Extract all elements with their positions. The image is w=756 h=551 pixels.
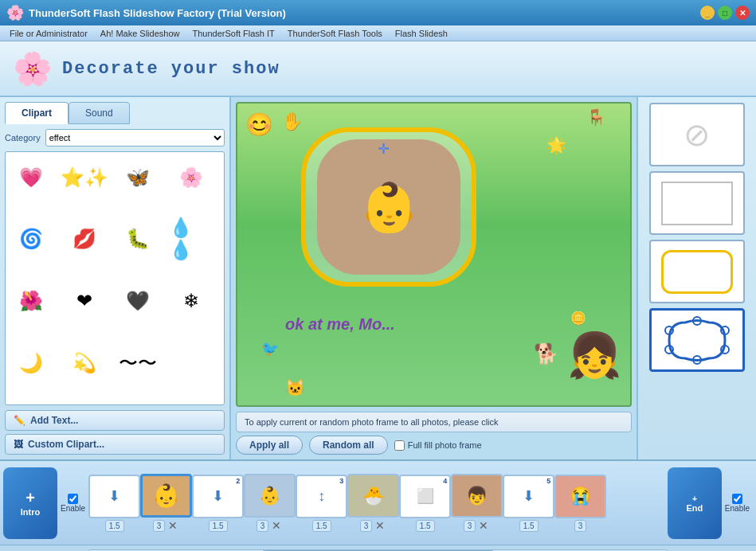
end-plus-icon: + bbox=[692, 494, 697, 503]
tab-clipart[interactable]: Clipart bbox=[5, 102, 69, 124]
clipart-heart3[interactable]: 🖤 bbox=[116, 279, 159, 323]
slide-delete-3[interactable]: ✕ bbox=[270, 519, 283, 532]
preview-photo: 👶 bbox=[317, 139, 460, 275]
minimize-button[interactable]: _ bbox=[700, 6, 715, 20]
slide-photo-icon-1: 👶 bbox=[152, 483, 180, 509]
slide-item-2: ⬇ 2 1.5 bbox=[192, 475, 244, 532]
slide-item-0: ⬇ 1.5 bbox=[88, 475, 140, 532]
filmstrip-container: + Intro Enable ⬇ 1.5 bbox=[0, 459, 756, 551]
clipart-heart[interactable]: 💗 bbox=[9, 155, 53, 199]
clipart-bug[interactable]: 🐛 bbox=[116, 217, 159, 261]
category-select[interactable]: effect nature shapes bbox=[45, 129, 225, 147]
clipart-sparkles[interactable]: 🌸 bbox=[169, 155, 213, 199]
slide-duration-4: 1.5 bbox=[312, 520, 331, 532]
slide-frame-3[interactable]: 👶 bbox=[244, 474, 296, 518]
slide-duration-0: 1.5 bbox=[105, 520, 124, 532]
slide-duration-9: 3 bbox=[574, 520, 587, 532]
slide-bottom-1: 3 ✕ bbox=[153, 519, 180, 532]
clipart-misc1[interactable]: 🌙 bbox=[9, 341, 53, 385]
enable-label-left: Enable bbox=[61, 504, 85, 513]
clipart-misc3[interactable]: 〜〜 bbox=[116, 341, 159, 385]
slide-frame-5[interactable]: 🐣 bbox=[347, 474, 399, 518]
center-panel: 😊 ✋ 🪑 👶 ✛ ok at me, Mo... 👧 🐕 🐱 🐦 🌟 🪙 bbox=[231, 97, 637, 459]
slide-frame-9[interactable]: 😭 bbox=[554, 475, 606, 518]
clipart-pink1[interactable]: 🌺 bbox=[9, 279, 53, 323]
slide-frame-8[interactable]: ⬇ 5 bbox=[503, 475, 554, 518]
frame-thumb-2[interactable] bbox=[649, 171, 745, 235]
slide-duration-6: 1.5 bbox=[416, 520, 435, 532]
maximize-button[interactable]: □ bbox=[718, 6, 732, 20]
slide-delete-1[interactable]: ✕ bbox=[166, 519, 179, 532]
frame-arrow-2: ⬇ bbox=[212, 487, 224, 505]
custom-clipart-button[interactable]: 🖼 Custom Clipart... bbox=[5, 434, 225, 455]
fill-frame-checkbox[interactable] bbox=[394, 440, 405, 451]
slide-frame-2[interactable]: ⬇ 2 bbox=[192, 475, 244, 518]
slide-frame-4[interactable]: ↕ 3 bbox=[296, 475, 347, 518]
menu-file[interactable]: File or Administrator bbox=[3, 29, 94, 38]
filmstrip-row: + Intro Enable ⬇ 1.5 bbox=[0, 461, 756, 545]
intro-button[interactable]: + Intro bbox=[3, 467, 57, 539]
header-title: Decorate your show bbox=[62, 59, 280, 79]
apply-all-button[interactable]: Apply all bbox=[236, 436, 303, 455]
slide-photo-icon-9: 😭 bbox=[570, 486, 591, 506]
slide-frame-7[interactable]: 👦 bbox=[451, 474, 503, 518]
slide-duration-1: 3 bbox=[153, 520, 166, 532]
fill-frame-check: Full fill photo frame bbox=[394, 440, 482, 451]
enable-checkbox-left[interactable] bbox=[68, 494, 78, 504]
enable-checkbox-right[interactable] bbox=[732, 494, 742, 504]
slide-bottom-7: 3 ✕ bbox=[464, 519, 491, 532]
frame-arrow-4: ↕ bbox=[318, 488, 325, 505]
app-icon: 🌸 bbox=[6, 4, 24, 21]
bottom-buttons: ✏️ Add Text... 🖼 Custom Clipart... bbox=[5, 410, 225, 455]
slide-item-6: ⬜ 4 1.5 bbox=[399, 475, 451, 532]
menu-slideshow[interactable]: Flash Slidesh bbox=[389, 29, 454, 38]
clipart-swirl[interactable]: 🌀 bbox=[9, 217, 53, 261]
frame-thumb-3[interactable] bbox=[649, 240, 745, 303]
clipart-stars[interactable]: ⭐✨ bbox=[62, 155, 106, 199]
preview-frame[interactable]: 👶 ✛ bbox=[301, 127, 476, 287]
add-text-button[interactable]: ✏️ Add Text... bbox=[5, 410, 225, 431]
preview-smiley: 😊 bbox=[245, 111, 273, 138]
menu-bar: File or Administrator Ah! Make Slideshow… bbox=[0, 25, 756, 41]
slide-frame-6[interactable]: ⬜ 4 bbox=[399, 475, 451, 518]
preview-area: 😊 ✋ 🪑 👶 ✛ ok at me, Mo... 👧 🐕 🐱 🐦 🌟 🪙 bbox=[236, 102, 632, 407]
clipart-lips[interactable]: 💋 bbox=[62, 217, 106, 261]
slide-badge-2: 2 bbox=[236, 477, 240, 485]
clipart-butterfly[interactable]: 🦋 bbox=[116, 155, 159, 199]
menu-tools[interactable]: ThunderSoft Flash Tools bbox=[281, 29, 389, 38]
clipart-heart2[interactable]: ❤ bbox=[62, 279, 106, 323]
tab-sound[interactable]: Sound bbox=[69, 102, 130, 124]
clipart-misc2[interactable]: 💫 bbox=[62, 341, 106, 385]
slide-frame-1[interactable]: 👶 bbox=[140, 474, 192, 518]
slide-duration-7: 3 bbox=[464, 520, 476, 532]
slide-duration-5: 3 bbox=[360, 520, 373, 532]
intro-label: Intro bbox=[21, 507, 40, 517]
slide-photo-icon-7: 👦 bbox=[466, 486, 488, 506]
slide-delete-7[interactable]: ✕ bbox=[477, 519, 490, 532]
slide-delete-5[interactable]: ✕ bbox=[374, 519, 386, 532]
close-button[interactable]: ✕ bbox=[735, 6, 750, 20]
random-all-button[interactable]: Random all bbox=[309, 436, 388, 455]
slide-bottom-5: 3 ✕ bbox=[360, 519, 387, 532]
frame-thumb-1[interactable]: ⊘ bbox=[649, 103, 745, 166]
left-panel: Clipart Sound Category effect nature sha… bbox=[0, 97, 231, 459]
menu-make[interactable]: Ah! Make Slideshow bbox=[94, 29, 186, 38]
pencil-icon: ✏️ bbox=[14, 415, 25, 426]
slide-frame-0[interactable]: ⬇ bbox=[88, 475, 140, 518]
slide-bottom-3: 3 ✕ bbox=[257, 519, 284, 532]
enable-label-right: Enable bbox=[725, 504, 750, 513]
info-bar: To apply current or random photo frame t… bbox=[236, 412, 632, 432]
cartoon-cat: 🐱 bbox=[285, 378, 305, 397]
slide-item-1: 👶 3 ✕ bbox=[140, 474, 192, 532]
clipart-misc4[interactable] bbox=[169, 341, 213, 385]
slide-bottom-8: 1.5 bbox=[519, 520, 539, 532]
filmstrip-scrollbar-container bbox=[0, 545, 756, 551]
menu-flash[interactable]: ThunderSoft Flash IT bbox=[186, 29, 280, 38]
clipart-snowflake[interactable]: ❄ bbox=[169, 279, 213, 323]
clipart-drops[interactable]: 💧💧 bbox=[169, 217, 213, 261]
frame-thumb-4[interactable] bbox=[649, 308, 745, 372]
end-button[interactable]: + End bbox=[668, 467, 722, 539]
slide-group-9: 😭 3 bbox=[554, 475, 606, 532]
frame-rounded-3 bbox=[661, 250, 733, 294]
category-label: Category bbox=[5, 133, 41, 143]
